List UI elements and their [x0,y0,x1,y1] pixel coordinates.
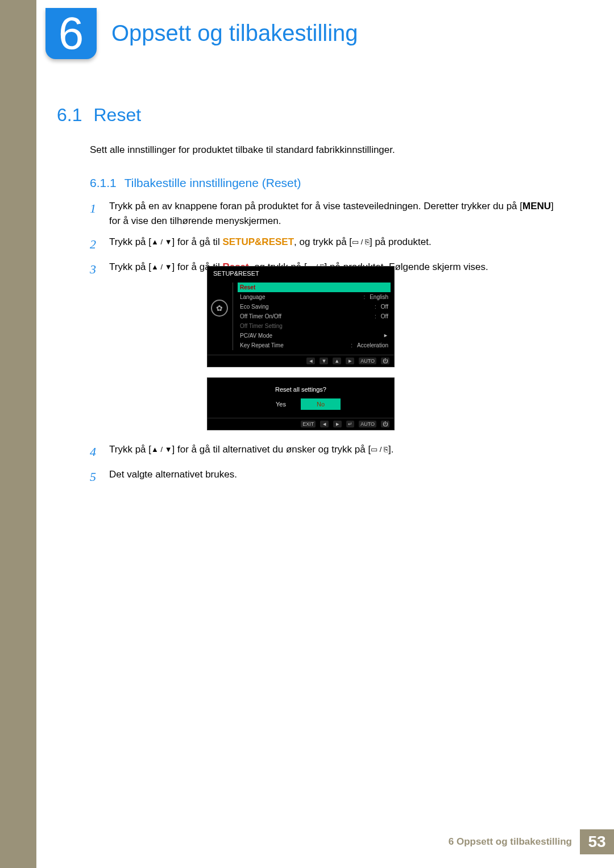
updown-icon: ▲ / ▼ [151,445,172,454]
section-description: Sett alle innstillinger for produktet ti… [90,144,395,156]
osd-confirm-footer: EXIT ◄ ► ↵ AUTO ⏻ [208,418,394,430]
chevron-right-icon: ► [383,333,388,339]
osd-item-keyrepeat: Key Repeat Time:Acceleration [238,340,391,350]
footer-chapter: 6 Oppsett og tilbakestilling [449,836,572,848]
osd-title: SETUP&RESET [208,267,394,280]
enter-icon: ▭ / ⎘ [352,238,370,246]
osd-footer: ◄ ▼ ▲ ► AUTO ⏻ [208,355,394,367]
osd-item-offtimer-setting: Off Timer Setting [238,321,391,331]
step-text: , og trykk på [ [294,236,352,247]
section-heading: 6.1 Reset [57,105,141,126]
page-footer: 6 Oppsett og tilbakestilling 53 [449,829,614,854]
enter-icon: ▭ / ⎘ [371,445,388,454]
section-title: Reset [93,105,141,126]
osd-item-reset: Reset [238,283,391,292]
gear-icon: ✿ [211,300,228,317]
step-text: Trykk på en av knappene foran på produkt… [109,201,522,211]
step-2: 2 Trykk på [▲ / ▼] for å gå til SETUP&RE… [90,235,567,254]
step-number: 5 [90,467,100,487]
osd-confirm-prompt: Reset all settings? [208,378,394,398]
step-4: 4 Trykk på [▲ / ▼] for å gå til alternat… [90,442,567,462]
updown-icon: ▲ / ▼ [151,263,172,271]
nav-right-icon: ► [333,421,342,427]
exit-label: EXIT [301,421,316,427]
step-number: 2 [90,235,100,254]
power-icon: ⏻ [381,421,389,427]
osd-item-eco: Eco Saving:Off [238,302,391,312]
updown-icon: ▲ / ▼ [151,238,172,246]
auto-label: AUTO [359,358,376,364]
chapter-number-badge: 6 [45,8,97,59]
menu-label: MENU [522,201,551,211]
osd-item-offtimer: Off Timer On/Off:Off [238,312,391,321]
osd-yes-no: Yes No [208,398,394,418]
nav-left-icon: ◄ [320,421,329,427]
footer-page-number: 53 [580,829,614,854]
step-1: 1 Trykk på en av knappene foran på produ… [90,199,567,229]
step-text: Det valgte alternativet brukes. [109,467,567,482]
step-text: ] for å gå til alternativet du ønsker og… [172,444,371,455]
step-text: Trykk på [ [109,444,151,455]
subsection-title: Tilbakestille innstillingene (Reset) [125,176,301,190]
osd-item-list: Reset Language:English Eco Saving:Off Of… [233,283,391,350]
nav-down-icon: ▼ [320,358,328,364]
step-text: ] for å gå til [172,236,223,247]
enter-icon: ↵ [346,421,354,427]
chapter-title: Oppsett og tilbakestilling [111,20,358,46]
step-text: ] på produktet. [370,236,432,247]
step-number: 1 [90,199,100,218]
section-number: 6.1 [57,105,82,126]
auto-label: AUTO [359,421,376,427]
osd-confirm: Reset all settings? Yes No EXIT ◄ ► ↵ AU… [207,377,395,430]
side-bar [0,0,36,868]
setup-reset-label: SETUP&RESET [222,236,294,247]
step-text: Trykk på [ [109,261,151,272]
step-number: 3 [90,260,100,279]
step-5: 5 Det valgte alternativet brukes. [90,467,567,487]
subsection-heading: 6.1.1 Tilbakestille innstillingene (Rese… [90,176,301,190]
osd-menu: SETUP&RESET ✿ Reset Language:English Eco… [207,266,395,367]
nav-right-icon: ► [346,358,354,364]
osd-screenshot: SETUP&RESET ✿ Reset Language:English Eco… [207,266,395,430]
step-text: ]. [388,444,393,455]
subsection-number: 6.1.1 [90,176,117,190]
osd-item-language: Language:English [238,292,391,302]
nav-left-icon: ◄ [306,358,315,364]
osd-item-pcav: PC/AV Mode► [238,331,391,340]
power-icon: ⏻ [381,358,389,364]
osd-no: No [301,398,341,410]
nav-up-icon: ▲ [333,358,341,364]
step-text: Trykk på [ [109,236,151,247]
steps-after: 4 Trykk på [▲ / ▼] for å gå til alternat… [90,442,567,492]
osd-yes: Yes [261,398,301,410]
step-number: 4 [90,442,100,462]
